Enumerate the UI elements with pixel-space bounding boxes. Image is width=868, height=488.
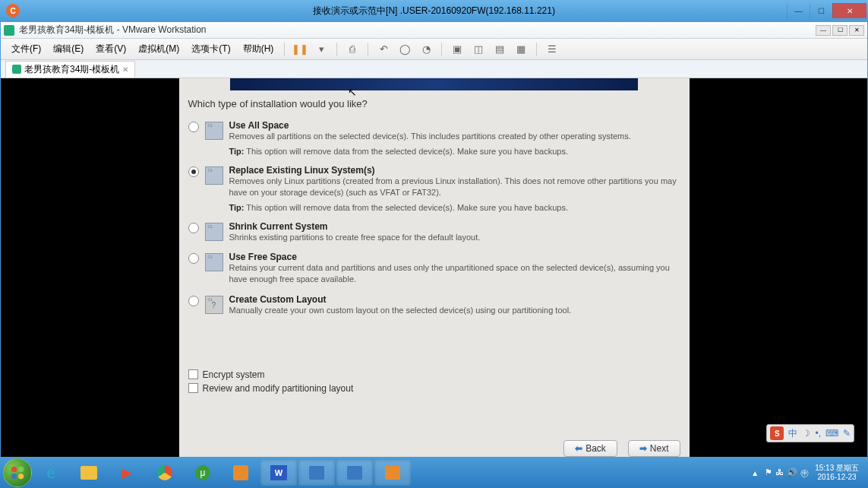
tray-ime-icon[interactable]: ㊥ — [800, 467, 809, 479]
ime-lang[interactable]: 中 — [788, 427, 797, 440]
tray-date: 2016-12-23 — [815, 473, 859, 482]
menu-vm[interactable]: 虚拟机(M) — [132, 40, 185, 59]
minimize-button[interactable]: — — [787, 3, 810, 18]
encrypt-system-row[interactable]: Encrypt system — [188, 368, 680, 382]
vmware-maximize-button[interactable]: ☐ — [832, 25, 847, 36]
option-title: Replace Existing Linux System(s) — [229, 165, 680, 176]
ime-settings-icon[interactable]: ✎ — [843, 428, 851, 439]
menu-file[interactable]: 文件(F) — [5, 40, 47, 59]
menu-view[interactable]: 查看(V) — [90, 40, 132, 59]
ime-punct-icon[interactable]: •, — [815, 428, 821, 439]
menu-edit[interactable]: 编辑(E) — [47, 40, 90, 59]
option-use-all-space[interactable]: Use All Space Removes all partitions on … — [188, 117, 680, 162]
arrow-left-icon: ⬅ — [575, 443, 582, 454]
remote-app-icon: C — [6, 4, 20, 17]
pause-icon[interactable]: ❚❚ — [292, 42, 308, 57]
taskbar-app2[interactable] — [336, 460, 373, 486]
option-desc: Removes all partitions on the selected d… — [229, 131, 680, 142]
vmware-minimize-button[interactable]: — — [816, 25, 831, 36]
tip-label: Tip: — [229, 203, 245, 212]
ime-toolbar[interactable]: S 中 ☽ •, ⌨ ✎ — [766, 424, 854, 442]
tip-text: This option will remove data from the se… — [244, 147, 568, 156]
taskbar-explorer[interactable] — [71, 460, 107, 486]
arrow-right-icon: ➡ — [639, 443, 647, 454]
option-desc: Manually create your own custom layout o… — [229, 305, 680, 316]
taskbar-utorrent[interactable]: μ — [185, 460, 221, 486]
option-use-free-space[interactable]: Use Free Space Retains your current data… — [188, 249, 680, 291]
vm-tab-icon — [12, 65, 21, 74]
svg-point-2 — [11, 474, 17, 479]
radio-custom-layout[interactable] — [188, 296, 199, 306]
multimon-icon[interactable]: ▦ — [513, 42, 529, 57]
close-button[interactable]: ✕ — [832, 3, 866, 18]
maximize-button[interactable]: ☐ — [810, 3, 832, 18]
vmware-title: 老男孩教育34期-模板机 - VMware Workstation — [19, 24, 207, 36]
tray-volume-icon[interactable]: 🔊 — [787, 467, 797, 479]
option-title: Create Custom Layout — [229, 294, 680, 305]
next-label: Next — [650, 443, 669, 454]
library-icon[interactable]: ☰ — [544, 42, 560, 57]
taskbar-app1[interactable] — [223, 460, 259, 486]
review-checkbox[interactable] — [188, 383, 198, 393]
back-label: Back — [586, 443, 606, 454]
tray-clock[interactable]: 15:13 星期五 2016-12-23 — [815, 464, 859, 482]
menu-tabs[interactable]: 选项卡(T) — [185, 40, 236, 59]
radio-shrink-current[interactable] — [188, 223, 199, 233]
vmware-tabbar: 老男孩教育34期-模板机 ✕ — [1, 60, 867, 78]
radio-use-free-space[interactable] — [188, 253, 199, 264]
taskbar-remote[interactable] — [298, 460, 335, 486]
option-shrink-current[interactable]: Shrink Current System Shrinks existing p… — [188, 218, 680, 249]
toolbar-separator — [368, 43, 368, 56]
revert-icon[interactable]: ↶ — [376, 42, 391, 57]
option-custom-layout[interactable]: ? Create Custom Layout Manually create y… — [188, 291, 680, 322]
taskbar-ie[interactable]: e — [33, 460, 69, 486]
svg-point-3 — [18, 474, 24, 479]
menu-help[interactable]: 帮助(H) — [237, 40, 280, 59]
ime-logo-icon: S — [770, 426, 784, 440]
svg-point-1 — [18, 467, 24, 472]
encrypt-checkbox[interactable] — [188, 369, 198, 379]
option-desc: Shrinks existing partitions to create fr… — [229, 232, 680, 243]
vm-tab[interactable]: 老男孩教育34期-模板机 ✕ — [5, 61, 135, 78]
tray-flag-icon[interactable]: ⚑ — [765, 467, 772, 479]
snapshot-manage-icon[interactable]: ◔ — [418, 42, 434, 57]
next-button[interactable]: ➡ Next — [628, 440, 680, 457]
taskbar-chrome[interactable] — [147, 460, 183, 486]
disk-icon — [205, 253, 223, 271]
system-tray: ▲ ⚑ 🖧 🔊 ㊥ 15:13 星期五 2016-12-23 — [751, 464, 865, 482]
vm-display: ↖ Which type of installation would you l… — [1, 78, 867, 457]
tip-text: This option will remove data from the se… — [244, 203, 568, 212]
svg-point-0 — [11, 467, 17, 472]
installer-window: ↖ Which type of installation would you l… — [179, 78, 690, 457]
option-desc: Retains your current data and partitions… — [229, 262, 680, 285]
tab-close-icon[interactable]: ✕ — [122, 65, 128, 74]
radio-replace-existing[interactable] — [188, 166, 199, 177]
ime-keyboard-icon[interactable]: ⌨ — [825, 428, 838, 439]
review-partition-row[interactable]: Review and modify partitioning layout — [188, 382, 680, 395]
taskbar-word[interactable]: W — [260, 460, 297, 486]
snapshot-take-icon[interactable]: ◯ — [397, 42, 412, 57]
vmware-close-button[interactable]: ✕ — [849, 25, 864, 36]
vmware-window: 老男孩教育34期-模板机 - VMware Workstation — ☐ ✕ … — [0, 21, 868, 458]
option-title: Use Free Space — [229, 252, 680, 262]
tray-weekday: 星期五 — [836, 464, 859, 472]
back-button[interactable]: ⬅ Back — [563, 440, 617, 457]
taskbar-media[interactable]: ▶ — [109, 460, 145, 486]
remote-title: 接收演示或示范中[N] .USER-20160920FW(192.168.11.… — [313, 5, 555, 17]
radio-use-all-space[interactable] — [188, 122, 199, 132]
snapshot-icon[interactable]: ⎙ — [345, 42, 360, 57]
taskbar-vmware[interactable] — [374, 460, 411, 486]
unity-icon[interactable]: ◫ — [471, 42, 486, 57]
dropdown-icon[interactable]: ▾ — [314, 42, 329, 57]
option-replace-existing[interactable]: Replace Existing Linux System(s) Removes… — [188, 162, 680, 218]
fullscreen-icon[interactable]: ▣ — [450, 42, 465, 57]
vm-tab-label: 老男孩教育34期-模板机 — [24, 63, 119, 76]
start-button[interactable] — [3, 458, 32, 487]
tray-chevron-icon[interactable]: ▲ — [751, 469, 759, 477]
toolbar-separator — [284, 43, 285, 56]
console-icon[interactable]: ▤ — [492, 42, 507, 57]
taskbar: e ▶ μ W ▲ ⚑ 🖧 🔊 ㊥ 15:13 星期五 2016-12-23 — [0, 458, 868, 488]
review-label: Review and modify partitioning layout — [203, 383, 354, 394]
ime-moon-icon[interactable]: ☽ — [802, 428, 810, 439]
tray-network-icon[interactable]: 🖧 — [775, 467, 784, 479]
